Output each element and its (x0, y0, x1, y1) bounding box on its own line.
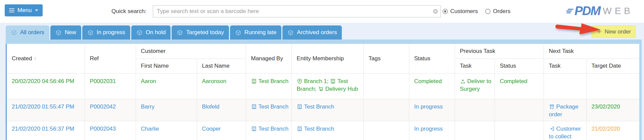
radio-customers[interactable]: Customers (443, 8, 478, 15)
radio-orders-label: Orders (493, 8, 510, 15)
tab-label: New (65, 29, 76, 36)
cell-prev-task (455, 121, 495, 140)
radio-orders[interactable]: Orders (485, 8, 510, 15)
cell-created: 21/02/2020 01:56:37 PM (7, 121, 85, 140)
cell-tags (363, 121, 409, 140)
cell-prev-task (455, 99, 495, 121)
collect-icon (549, 126, 555, 132)
menu-button[interactable]: Menu (5, 4, 43, 16)
col-header-created[interactable]: Created↑ (7, 44, 85, 73)
tab-new[interactable]: New (50, 25, 81, 40)
pdm-web-logo: PDM WEB (564, 4, 633, 18)
radio-customers-label: Customers (450, 8, 478, 15)
tab-in-progress[interactable]: In progress (82, 25, 130, 40)
cell-first-name: Charlie (136, 121, 197, 140)
col-header-status[interactable]: Status (409, 44, 455, 73)
cube-icon (87, 29, 94, 36)
cell-tags (363, 99, 409, 121)
plus-icon (596, 29, 602, 34)
radio-selected-icon (443, 9, 448, 14)
cell-status: In progress (409, 121, 455, 140)
cell-next-task: Customer to collect (544, 121, 586, 140)
cell-last-name: Blofeld (197, 99, 246, 121)
tab-on-hold[interactable]: On hold (131, 25, 171, 40)
clear-icon (432, 8, 439, 14)
tab-label: Targeted today (186, 29, 224, 36)
cube-icon (287, 29, 294, 36)
cube-icon (55, 29, 62, 36)
new-order-label: New order (605, 28, 631, 35)
cube-icon (136, 29, 143, 36)
cell-entity-membership: Test Branch (291, 121, 363, 140)
col-header-first-name[interactable]: First Name (136, 59, 197, 73)
cell-next-task: Package order (544, 99, 586, 121)
tab-all-orders[interactable]: All orders (6, 25, 49, 40)
shield-icon (297, 78, 303, 84)
tab-running-late[interactable]: Running late (230, 25, 281, 40)
col-header-managed-by[interactable]: Managed By (246, 44, 291, 73)
cell-first-name: Aaron (136, 73, 197, 99)
col-header-last-name[interactable]: Last Name (197, 59, 246, 73)
cell-target-date (586, 73, 639, 99)
orders-page: Menu Quick search: Customers Orders (0, 0, 644, 140)
cart-icon (318, 86, 324, 92)
building-icon (251, 104, 257, 110)
cell-managed-by: Test Branch (246, 99, 291, 121)
table-row-p0002043[interactable]: 21/02/2020 01:56:37 PM P0002043 Charlie … (7, 121, 639, 140)
grid-top-strip (6, 40, 642, 44)
table-row-p0002031[interactable]: 20/02/2020 04:56:46 PM P0002031 Aaron Aa… (7, 73, 639, 99)
tab-label: In progress (97, 29, 125, 36)
package-icon (549, 104, 555, 110)
tab-archived-orders[interactable]: Archived orders (282, 25, 342, 40)
logo-web-text: WEB (603, 6, 633, 16)
cell-next-task (544, 73, 586, 99)
col-header-ref[interactable]: Ref (85, 44, 136, 73)
cell-ref: P0002042 (85, 99, 136, 121)
cube-icon (11, 29, 17, 36)
col-header-tags[interactable]: Tags (363, 44, 409, 73)
cell-managed-by: Test Branch (246, 73, 291, 99)
tab-label: All orders (20, 29, 44, 36)
caret-down-icon (35, 9, 38, 11)
col-group-customer: Customer (136, 44, 246, 59)
menu-button-label: Menu (17, 7, 32, 14)
top-bar: Menu Quick search: Customers Orders (0, 0, 644, 23)
col-group-next-task: Next Task (544, 44, 639, 59)
table-row-p0002042[interactable]: 21/02/2020 01:55:47 PM P0002042 Barry Bl… (7, 99, 639, 121)
tab-label: Running late (244, 29, 276, 36)
col-header-entity-membership[interactable]: Entity Membership (291, 44, 363, 73)
deliver-icon (460, 78, 466, 84)
search-input[interactable] (153, 5, 441, 17)
clear-search-button[interactable] (432, 8, 439, 14)
orders-table: Created↑ Ref Customer Managed By Entity … (7, 44, 639, 140)
cell-created: 20/02/2020 04:56:46 PM (7, 73, 85, 99)
cell-target-date: 23/02/2020 (586, 99, 639, 121)
building-icon (330, 78, 336, 84)
building-icon (251, 126, 257, 132)
cell-status: Completed (409, 73, 455, 99)
cell-ref: P0002043 (85, 121, 136, 140)
new-order-button[interactable]: New order (592, 25, 636, 38)
cell-managed-by: Test Branch (246, 121, 291, 140)
cell-status: In progress (409, 99, 455, 121)
logo-pdm-text: PDM (574, 4, 600, 18)
hamburger-icon (9, 8, 14, 12)
cube-icon (235, 29, 241, 36)
col-header-target-date[interactable]: Target Date (586, 59, 639, 73)
cell-last-name: Aaronson (197, 73, 246, 99)
tab-targeted-today[interactable]: Targeted today (172, 25, 229, 40)
search-scope-radios: Customers Orders (443, 0, 510, 23)
search-field-wrap (153, 5, 441, 17)
col-header-next-task[interactable]: Task (544, 59, 586, 73)
cell-prev-status (495, 121, 544, 140)
col-group-previous-task: Previous Task (455, 44, 544, 59)
cell-last-name: Cooper (197, 121, 246, 140)
cell-prev-task: Deliver to Surgery (455, 73, 495, 99)
cell-entity-membership: Test Branch (291, 99, 363, 121)
cell-prev-status: Completed (495, 73, 544, 99)
col-header-prev-task[interactable]: Task (455, 59, 495, 73)
col-header-prev-status[interactable]: Status (495, 59, 544, 73)
cell-created: 21/02/2020 01:55:47 PM (7, 99, 85, 121)
logo-speedlines-icon (564, 6, 574, 16)
building-icon (251, 78, 257, 84)
